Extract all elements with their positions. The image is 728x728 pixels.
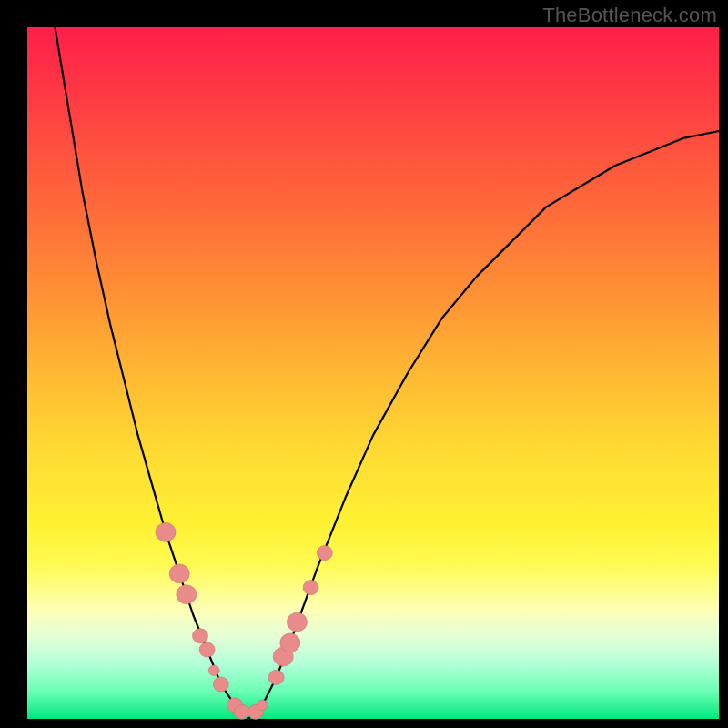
chart-frame: TheBottleneck.com [0, 0, 728, 728]
marker-point [257, 700, 268, 710]
marker-point [268, 670, 284, 684]
marker-point [177, 585, 197, 604]
marker-point [234, 704, 249, 719]
curve-svg [27, 27, 719, 719]
marker-group [156, 522, 332, 719]
marker-point [213, 677, 228, 692]
plot-area [27, 27, 719, 719]
marker-point [193, 629, 208, 643]
marker-point [208, 665, 219, 675]
marker-point [169, 564, 189, 583]
marker-point [199, 642, 215, 657]
marker-point [156, 522, 176, 541]
marker-point [303, 581, 318, 595]
watermark-text: TheBottleneck.com [542, 4, 717, 27]
marker-point [317, 546, 332, 561]
marker-point [287, 612, 307, 632]
marker-point [280, 633, 300, 652]
bottleneck-curve [55, 27, 719, 719]
